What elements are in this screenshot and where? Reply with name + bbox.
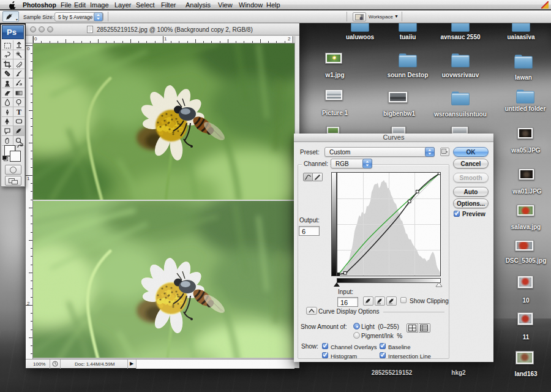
svg-text:T: T	[17, 108, 21, 116]
